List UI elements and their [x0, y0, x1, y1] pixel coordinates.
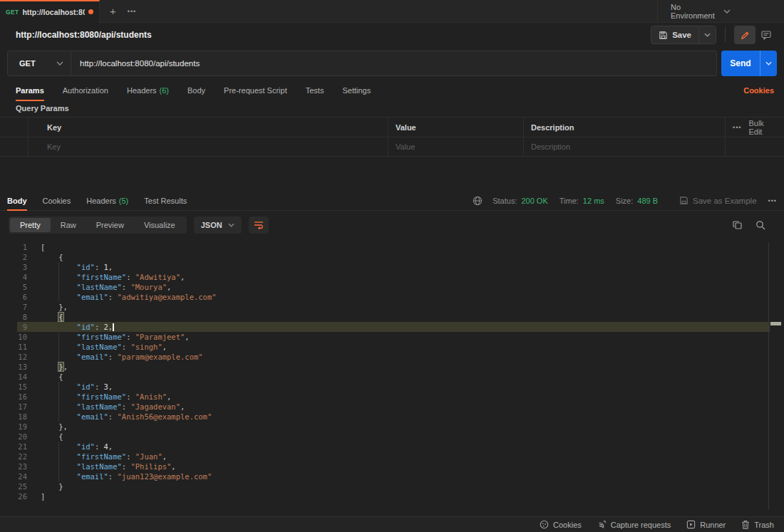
send-options-button[interactable] — [760, 51, 777, 76]
code-line: 4 "firstName": "Adwitiya", — [0, 272, 784, 282]
text-cursor — [113, 323, 114, 331]
table-actions-cell: ••• Bulk Edit — [726, 118, 784, 137]
code-line: 12 "email": "param@example.com" — [0, 352, 784, 362]
pencil-icon — [741, 31, 750, 40]
tab-title: http://localhost:8080/a — [22, 8, 85, 16]
time-label: Time: — [559, 197, 579, 205]
wrap-text-button[interactable] — [249, 217, 269, 234]
wrap-text-icon — [254, 221, 264, 229]
format-select[interactable]: JSON — [194, 217, 242, 234]
request-title-bar: http://localhost:8080/api/students Save — [0, 23, 784, 47]
code-line: 1[ — [0, 242, 784, 252]
code-line: 3 "id": 1, — [0, 262, 784, 272]
code-line: 7 }, — [0, 302, 784, 312]
code-lines: 1[2 {3 "id": 1,4 "firstName": "Adwitiya"… — [0, 242, 784, 501]
send-label: Send — [721, 51, 760, 76]
edit-button[interactable] — [734, 26, 755, 44]
code-line: 15 "id": 3, — [0, 382, 784, 392]
save-split-button: Save — [651, 26, 716, 44]
code-line: 17 "lastName": "Jagadevan", — [0, 402, 784, 412]
mode-raw[interactable]: Raw — [51, 218, 86, 232]
code-line: 24 "email": "juan123@example.com" — [0, 471, 784, 481]
divider — [725, 27, 726, 43]
request-config-tabs: Params Authorization Headers(6) Body Pre… — [0, 80, 784, 101]
key-input[interactable]: Key — [29, 137, 388, 156]
tab-authorization[interactable]: Authorization — [63, 80, 108, 101]
code-line: 19 }, — [0, 422, 784, 432]
mode-pretty[interactable]: Pretty — [10, 218, 51, 232]
save-as-example-button[interactable]: Save as Example — [679, 196, 757, 205]
comment-icon — [761, 31, 771, 40]
size-value: 489 B — [637, 197, 658, 205]
request-title: http://localhost:8080/api/students — [16, 30, 152, 40]
code-line: 5 "lastName": "Mourya", — [0, 282, 784, 292]
query-params-label: Query Params — [16, 104, 69, 113]
code-line: 11 "lastName": "singh", — [0, 342, 784, 352]
save-icon — [679, 196, 688, 205]
code-line: 14 { — [0, 372, 784, 382]
runner-icon — [686, 520, 696, 529]
table-row: Key Value Description — [0, 137, 784, 156]
response-body-editor[interactable]: 1[2 {3 "id": 1,4 "firstName": "Adwitiya"… — [0, 242, 784, 501]
tab-method-label: GET — [6, 9, 19, 16]
table-actions-cell — [726, 137, 784, 156]
chevron-down-icon — [723, 9, 776, 14]
bulk-edit-button[interactable]: Bulk Edit — [748, 119, 777, 136]
code-line: 25 } — [0, 481, 784, 491]
col-header-key: Key — [29, 118, 388, 137]
save-button[interactable]: Save — [651, 31, 698, 40]
response-tab-cookies[interactable]: Cookies — [43, 191, 71, 211]
tab-tests[interactable]: Tests — [306, 80, 324, 101]
viewer-toolbar: Pretty Raw Preview Visualize JSON — [0, 214, 784, 236]
code-line: 6 "email": "adwitiya@example.com" — [0, 292, 784, 302]
tab-prerequest-script[interactable]: Pre-request Script — [224, 80, 287, 101]
query-params-table: Key Value Description ••• Bulk Edit Key … — [0, 117, 784, 157]
status-value: 200 OK — [521, 197, 547, 205]
copy-icon[interactable] — [733, 220, 743, 230]
capture-requests-button[interactable]: Capture requests — [597, 520, 671, 529]
method-select[interactable]: GET — [7, 51, 71, 76]
tab-settings[interactable]: Settings — [342, 80, 371, 101]
size-label: Size: — [616, 197, 633, 205]
mode-preview[interactable]: Preview — [86, 218, 134, 232]
save-options-button[interactable] — [698, 26, 716, 43]
search-icon[interactable] — [755, 220, 765, 230]
response-tab-headers[interactable]: Headers(5) — [86, 191, 128, 211]
trash-button[interactable]: Trash — [741, 520, 774, 529]
code-line: 22 "firstName": "Juan", — [0, 452, 784, 461]
status-bar: Cookies Capture requests Runner Trash — [0, 516, 784, 532]
response-tab-body[interactable]: Body — [7, 191, 27, 211]
tab-body[interactable]: Body — [187, 80, 205, 101]
editor-scrollbar-track[interactable] — [768, 242, 769, 510]
value-input[interactable]: Value — [388, 137, 524, 156]
description-input[interactable]: Description — [524, 137, 726, 156]
view-mode-segment: Pretty Raw Preview Visualize — [9, 217, 187, 234]
comments-button[interactable] — [755, 26, 777, 44]
cookies-link[interactable]: Cookies — [743, 86, 774, 95]
headers-count: (6) — [160, 86, 169, 95]
chevron-down-icon — [56, 61, 63, 66]
tab-params[interactable]: Params — [16, 80, 44, 101]
col-header-description: Description — [524, 118, 726, 137]
runner-button[interactable]: Runner — [686, 520, 726, 529]
response-more-button[interactable]: ••• — [768, 197, 777, 204]
code-line: 16 "firstName": "Anish", — [0, 392, 784, 402]
request-tab[interactable]: GET http://localhost:8080/a — [0, 0, 100, 23]
col-header-value: Value — [388, 118, 524, 137]
tab-options-button[interactable]: ••• — [128, 8, 136, 15]
environment-selector[interactable]: No Environment — [657, 0, 784, 23]
send-button[interactable]: Send — [721, 51, 777, 76]
mode-visualize[interactable]: Visualize — [134, 218, 185, 232]
params-more-button[interactable]: ••• — [733, 124, 741, 131]
response-headers-count: (5) — [119, 197, 128, 205]
url-input[interactable] — [71, 51, 717, 76]
new-tab-button[interactable]: + — [110, 5, 116, 17]
cookies-button[interactable]: Cookies — [540, 520, 582, 529]
trash-icon — [741, 520, 750, 529]
method-value: GET — [19, 59, 56, 68]
editor-scrollbar-thumb[interactable] — [770, 322, 781, 325]
table-header-row: Key Value Description ••• Bulk Edit — [0, 118, 784, 137]
code-line: 26] — [0, 491, 784, 501]
tab-headers[interactable]: Headers(6) — [127, 80, 169, 101]
response-tab-test-results[interactable]: Test Results — [144, 191, 187, 211]
